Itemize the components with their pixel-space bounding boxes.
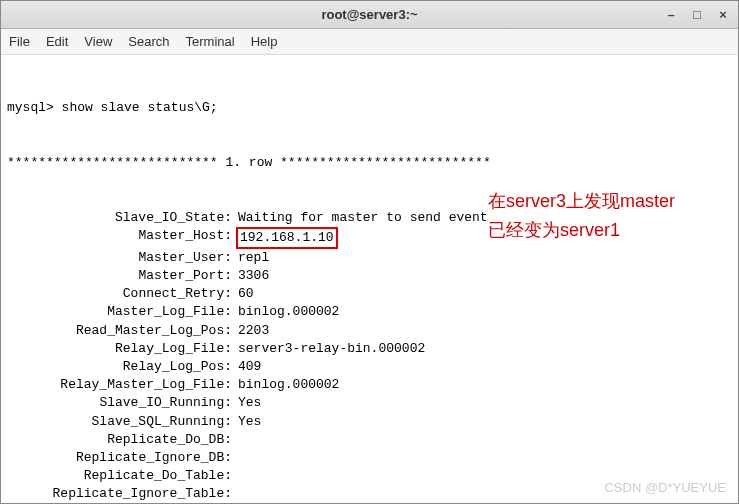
field-line: Replicate_Do_DB: <box>7 431 732 449</box>
field-label: Read_Master_Log_Pos: <box>7 322 232 340</box>
field-value: server3-relay-bin.000002 <box>238 340 425 358</box>
window-controls: – □ × <box>662 5 732 23</box>
field-value: Yes <box>238 394 261 412</box>
menubar: File Edit View Search Terminal Help <box>1 29 738 55</box>
field-value: repl <box>238 249 269 267</box>
field-label: Slave_IO_Running: <box>7 394 232 412</box>
field-label: Replicate_Ignore_DB: <box>7 449 232 467</box>
titlebar: root@server3:~ – □ × <box>1 1 738 29</box>
field-value: Waiting for master to send event <box>238 209 488 227</box>
field-label: Connect_Retry: <box>7 285 232 303</box>
menu-search[interactable]: Search <box>128 34 169 49</box>
field-value: binlog.000002 <box>238 376 339 394</box>
terminal-content[interactable]: mysql> show slave status\G; ************… <box>1 55 738 503</box>
annotation-line-2: 已经变为server1 <box>488 216 708 245</box>
field-value: Yes <box>238 413 261 431</box>
field-value: 2203 <box>238 322 269 340</box>
menu-edit[interactable]: Edit <box>46 34 68 49</box>
fields-container: Slave_IO_State:Waiting for master to sen… <box>7 209 732 504</box>
maximize-button[interactable]: □ <box>688 5 706 23</box>
field-value: 60 <box>238 285 254 303</box>
field-label: Master_Port: <box>7 267 232 285</box>
field-value: 3306 <box>238 267 269 285</box>
field-line: Read_Master_Log_Pos:2203 <box>7 322 732 340</box>
field-line: Master_Port:3306 <box>7 267 732 285</box>
field-line: Relay_Log_Pos:409 <box>7 358 732 376</box>
field-line: Relay_Master_Log_File:binlog.000002 <box>7 376 732 394</box>
field-line: Replicate_Ignore_DB: <box>7 449 732 467</box>
field-line: Master_User:repl <box>7 249 732 267</box>
field-label: Master_User: <box>7 249 232 267</box>
annotation-text: 在server3上发现master 已经变为server1 <box>488 187 708 245</box>
field-label: Master_Host: <box>7 227 232 249</box>
close-button[interactable]: × <box>714 5 732 23</box>
menu-file[interactable]: File <box>9 34 30 49</box>
menu-view[interactable]: View <box>84 34 112 49</box>
field-label: Relay_Log_Pos: <box>7 358 232 376</box>
field-label: Relay_Master_Log_File: <box>7 376 232 394</box>
field-line: Master_Log_File:binlog.000002 <box>7 303 732 321</box>
field-label: Slave_IO_State: <box>7 209 232 227</box>
annotation-line-1: 在server3上发现master <box>488 187 708 216</box>
field-line: Slave_IO_Running:Yes <box>7 394 732 412</box>
field-label: Replicate_Ignore_Table: <box>7 485 232 503</box>
field-value: 192.168.1.10 <box>236 227 338 249</box>
field-line: Connect_Retry:60 <box>7 285 732 303</box>
field-line: Relay_Log_File:server3-relay-bin.000002 <box>7 340 732 358</box>
field-label: Relay_Log_File: <box>7 340 232 358</box>
minimize-button[interactable]: – <box>662 5 680 23</box>
window-title: root@server3:~ <box>321 7 417 22</box>
watermark: CSDN @D*YUEYUE <box>604 479 726 497</box>
menu-help[interactable]: Help <box>251 34 278 49</box>
field-value: 409 <box>238 358 261 376</box>
field-label: Slave_SQL_Running: <box>7 413 232 431</box>
row-header: *************************** 1. row *****… <box>7 154 732 172</box>
field-label: Master_Log_File: <box>7 303 232 321</box>
menu-terminal[interactable]: Terminal <box>186 34 235 49</box>
field-label: Replicate_Do_DB: <box>7 431 232 449</box>
field-label: Replicate_Do_Table: <box>7 467 232 485</box>
field-value: binlog.000002 <box>238 303 339 321</box>
prompt-line: mysql> show slave status\G; <box>7 99 732 117</box>
field-line: Slave_SQL_Running:Yes <box>7 413 732 431</box>
terminal-window: root@server3:~ – □ × File Edit View Sear… <box>0 0 739 504</box>
